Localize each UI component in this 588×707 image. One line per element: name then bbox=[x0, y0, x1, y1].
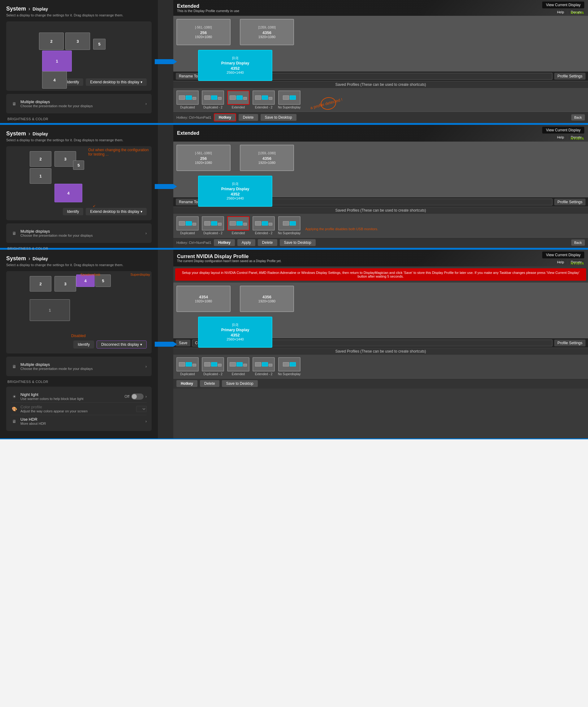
back-btn-row2[interactable]: Back bbox=[571, 239, 585, 246]
profile-duplicated2-row2[interactable]: Duplicated - 2 bbox=[202, 216, 224, 235]
hdr-label-row3: Use HDR bbox=[21, 417, 46, 422]
sun-icon-row3: ☀ bbox=[11, 394, 17, 400]
hotkey-btn-row3[interactable]: Hotkey bbox=[176, 380, 197, 387]
help-btn-row2[interactable]: Help bbox=[555, 135, 567, 140]
nvidia-panel-row1: Extended This is the Display Profile cur… bbox=[173, 0, 588, 123]
nvidia-monitor-1-row3: 4354 1920×1080 bbox=[176, 285, 230, 312]
breadcrumb-system-row2: System bbox=[6, 130, 26, 137]
night-light-state-row3: Off bbox=[124, 394, 130, 399]
display-4-row1[interactable]: 4 bbox=[42, 71, 67, 89]
hotkey-prefix-row2: Hotkey: Ctrl+NumPad1 bbox=[176, 241, 211, 244]
hotkey-btn-row1[interactable]: Hotkey bbox=[214, 113, 236, 122]
nvidia-profile-sub-row1: This is the Display Profile currently in… bbox=[177, 9, 239, 13]
profile-nosuperdisplay-row3[interactable]: No Superdisplay bbox=[278, 357, 300, 376]
delete-btn-row1[interactable]: Delete bbox=[238, 114, 258, 121]
profile-nosuperdisplay-row1[interactable]: No Superdisplay bbox=[278, 91, 300, 109]
display-buttons-row1: Identify Extend desktop to this display … bbox=[11, 78, 147, 86]
color-profile-label-row3: Color profile bbox=[21, 405, 87, 409]
night-light-label-row3: Night light bbox=[21, 392, 83, 397]
nvidia-alert-row3: Setup your display layout in NVIDIA Cont… bbox=[175, 268, 586, 281]
rename-to-btn-row2[interactable]: Rename To bbox=[176, 199, 201, 205]
profile-extended2-row1[interactable]: Extended - 2 bbox=[253, 91, 275, 109]
display-5-row3[interactable]: 5 bbox=[95, 274, 111, 287]
rename-to-btn-row1[interactable]: Rename To bbox=[176, 73, 201, 80]
palette-icon-row3: 🎨 bbox=[11, 406, 17, 412]
view-current-btn-row1[interactable]: View Current Display bbox=[542, 2, 584, 8]
color-profile-select-row3[interactable] bbox=[136, 406, 147, 412]
profile-duplicated-row3[interactable]: Duplicated bbox=[176, 357, 199, 376]
profile-nosuperdisplay-row2[interactable]: No Superdisplay bbox=[278, 216, 300, 235]
nvidia-monitor-primary-row1: [0,0] Primary Display 4352 2560×1440 bbox=[198, 50, 272, 81]
extend-button-row1[interactable]: Extend desktop to this display ▾ bbox=[86, 78, 147, 86]
arrow-row1 bbox=[158, 0, 173, 123]
profile-extended2-row3[interactable]: Extended - 2 bbox=[253, 357, 275, 376]
profile-duplicated-row2[interactable]: Duplicated bbox=[176, 216, 199, 235]
identify-button-row2[interactable]: Identify bbox=[63, 208, 83, 215]
saved-profiles-strip-row1: Duplicated Duplicated - 2 Extended bbox=[173, 88, 588, 111]
display-5-row2[interactable]: 5 bbox=[73, 161, 84, 170]
display-2-row1[interactable]: 2 bbox=[39, 33, 64, 50]
profile-settings-btn-row1[interactable]: Profile Settings bbox=[554, 73, 586, 80]
back-btn-row1[interactable]: Back bbox=[571, 114, 585, 121]
multiple-displays-section-row1: 🖥 Multiple displays Choose the presentat… bbox=[6, 94, 152, 113]
nvidia-monitor-1-row1: [-561,-1080] 256 1920×1080 bbox=[176, 19, 230, 45]
hdr-icon-row3: 🖥 bbox=[11, 418, 17, 425]
profile-duplicated2-row3[interactable]: Duplicated - 2 bbox=[202, 357, 224, 376]
save-btn-row3[interactable]: Save bbox=[176, 340, 190, 346]
breadcrumb-system-row3: System bbox=[6, 255, 26, 262]
coords-primary-row1: [0,0] bbox=[232, 56, 238, 60]
profile-extended-row1[interactable]: Extended bbox=[227, 91, 250, 109]
display-3-row1[interactable]: 3 bbox=[65, 33, 90, 50]
display-2-row3[interactable]: 2 bbox=[30, 276, 51, 292]
save-desktop-btn-row1[interactable]: Save to Desktop bbox=[261, 114, 296, 121]
save-desktop-btn-row3[interactable]: Save to Desktop bbox=[222, 380, 258, 387]
nvidia-header-row1: Extended This is the Display Profile cur… bbox=[173, 0, 588, 16]
profile-duplicated2-row1[interactable]: Duplicated - 2 bbox=[202, 91, 224, 109]
apply-btn-row2[interactable]: Apply bbox=[237, 239, 255, 246]
display-2-row2[interactable]: 2 bbox=[30, 151, 51, 167]
display-1-row1[interactable]: 1 bbox=[42, 50, 72, 72]
display-4-row2[interactable]: 4 bbox=[54, 184, 82, 202]
multiple-displays-label-row3: Multiple displays bbox=[21, 362, 93, 367]
view-current-btn-row2[interactable]: View Current Display bbox=[542, 127, 584, 134]
display-area-row2: Out when changing the configuration for … bbox=[6, 146, 152, 220]
hotkey-prefix-row1: Hotkey: Ctrl+NumPad1 bbox=[176, 115, 211, 119]
save-desktop-btn-row2[interactable]: Save to Desktop bbox=[280, 239, 316, 246]
nvidia-profile-name-row3: Current NVIDIA Display Profile bbox=[177, 254, 282, 259]
profile-duplicated-row1[interactable]: Duplicated bbox=[176, 91, 199, 109]
help-btn-row1[interactable]: Help bbox=[555, 10, 567, 14]
display-1-row2[interactable]: 1 bbox=[30, 168, 51, 184]
multiple-displays-sub: Choose the presentation mode for your di… bbox=[21, 104, 93, 108]
hotkey-btn-row2[interactable]: Hotkey bbox=[214, 239, 235, 246]
night-light-toggle-row3[interactable] bbox=[131, 394, 144, 400]
page-title-row1: Display bbox=[33, 6, 48, 11]
display-area-row3: Speakerdesk Superdisplay 2 3 4 5 1 Disab… bbox=[6, 271, 152, 354]
multiple-displays-section-row3: 🖥 Multiple displays Choose the presentat… bbox=[6, 357, 152, 376]
extend-button-row2[interactable]: Extend desktop to this display ▾ bbox=[86, 208, 147, 215]
help-btn-row3[interactable]: Help bbox=[555, 260, 567, 265]
disconnect-button-row3[interactable]: Disconnect this display ▾ bbox=[97, 340, 147, 348]
display-3-row3[interactable]: 3 bbox=[54, 276, 76, 292]
display-4-row3[interactable]: 4 bbox=[76, 274, 95, 287]
profile-settings-btn-row3[interactable]: Profile Settings bbox=[554, 340, 586, 346]
breadcrumb-row1: System › Display bbox=[6, 6, 152, 12]
profile-extended-row2[interactable]: Extended bbox=[227, 216, 250, 235]
nvidia-header-row3: Current NVIDIA Display Profile The curre… bbox=[173, 250, 588, 266]
breadcrumb-row2: System › Display bbox=[6, 130, 152, 137]
profile-extended2-row2[interactable]: Extended - 2 bbox=[253, 216, 275, 235]
brightness-section-row3: ☀ Night light Use warmer colors to help … bbox=[6, 386, 152, 431]
view-current-btn-row3[interactable]: View Current Display bbox=[542, 251, 584, 258]
saved-profiles-header-row2: Saved Profiles (These can be used to cre… bbox=[173, 207, 588, 214]
identify-button-row3[interactable]: Identify bbox=[73, 340, 94, 348]
delete-btn-row2[interactable]: Delete bbox=[258, 239, 277, 246]
display-5-row1[interactable]: 5 bbox=[93, 39, 106, 49]
hotkey-row-row1: Hotkey: Ctrl+NumPad1 Hotkey Delete Save … bbox=[173, 111, 588, 123]
display-area-row1: 2 3 5 1 4 Identify Extend desktop to thi… bbox=[6, 21, 152, 91]
brightness-section-title-row1: Brightness & color bbox=[6, 115, 152, 122]
nvidia-monitor-2-row1: [1359,-1080] 4356 1920×1080 bbox=[240, 19, 294, 45]
profile-settings-btn-row2[interactable]: Profile Settings bbox=[554, 199, 586, 205]
delete-btn-row3[interactable]: Delete bbox=[200, 380, 219, 387]
display-1-row3[interactable]: 1 bbox=[30, 299, 70, 321]
display-buttons-row2: Identify Extend desktop to this display … bbox=[11, 208, 147, 215]
profile-extended-row3[interactable]: Extended bbox=[227, 357, 250, 376]
